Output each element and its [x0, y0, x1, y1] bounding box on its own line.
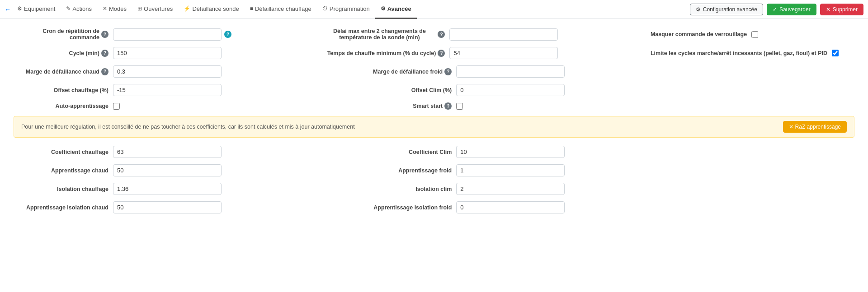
masquer-checkbox[interactable]: [751, 31, 758, 38]
row-apprentissage-isolation: Apprentissage isolation chaud Apprentiss…: [14, 201, 854, 213]
ouvertures-icon: ⊞: [137, 5, 142, 12]
delai-input[interactable]: [449, 28, 558, 41]
marge-chaud-help-icon[interactable]: ?: [101, 68, 108, 75]
smart-start-help-icon[interactable]: ?: [444, 102, 452, 110]
temps-chauffe-help-icon[interactable]: ?: [438, 50, 445, 57]
nav-item-ouvertures[interactable]: ⊞ Ouvertures: [132, 0, 178, 19]
isolation-clim-input[interactable]: [456, 183, 565, 195]
col-offset-clim: Offset Clim (%): [330, 84, 627, 96]
raz-apprentissage-button[interactable]: ✕ RaZ apprentissage: [783, 121, 847, 133]
marge-froid-label: Marge de défaillance froid ?: [330, 68, 456, 75]
col-masquer: Masquer commande de verrouillage: [632, 31, 854, 38]
alert-banner: Pour une meilleure régulation, il est co…: [14, 116, 854, 138]
defaillance-chauffage-icon: ■: [250, 5, 253, 12]
offset-chauffage-input[interactable]: [113, 84, 222, 96]
apprentissage-isolation-froid-label: Apprentissage isolation froid: [330, 204, 456, 211]
apprentissage-isolation-froid-input[interactable]: [456, 201, 565, 213]
delete-icon: ✕: [826, 6, 830, 13]
temps-chauffe-input[interactable]: [449, 47, 558, 59]
apprentissage-chaud-label: Apprentissage chaud: [14, 167, 113, 174]
marge-chaud-label: Marge de défaillance chaud ?: [14, 68, 113, 75]
smart-start-checkbox-wrap: [456, 103, 463, 110]
row-isolation: Isolation chauffage Isolation clim: [14, 183, 854, 195]
nav-item-defaillance-sonde[interactable]: ⚡ Défaillance sonde: [178, 0, 244, 19]
col-auto-apprentissage: Auto-apprentissage: [14, 103, 311, 110]
supprimer-button[interactable]: ✕ Supprimer: [820, 4, 863, 15]
top-navigation: ← ⚙ Equipement ✎ Actions ✕ Modes ⊞ Ouver…: [0, 0, 868, 19]
row-auto: Auto-apprentissage Smart start ?: [14, 102, 854, 110]
apprentissage-isolation-chaud-label: Apprentissage isolation chaud: [14, 204, 113, 211]
cron-input[interactable]: [113, 28, 222, 41]
nav-tabs: ← ⚙ Equipement ✎ Actions ✕ Modes ⊞ Ouver…: [5, 0, 690, 19]
delai-label: Délai max entre 2 changements de tempéra…: [323, 28, 449, 41]
nav-item-defaillance-chauffage[interactable]: ■ Défaillance chauffage: [245, 0, 317, 19]
programmation-icon: ⏱: [322, 5, 328, 12]
auto-apprentissage-checkbox[interactable]: [113, 103, 120, 110]
col-smart-start: Smart start ?: [330, 102, 627, 110]
row-offset: Offset chauffage (%) Offset Clim (%): [14, 84, 854, 96]
nav-item-equipement[interactable]: ⚙ Equipement: [12, 0, 61, 19]
row-coeff: Coefficient chauffage Coefficient Clim: [14, 146, 854, 158]
col-coeff-chauffage: Coefficient chauffage: [14, 146, 311, 158]
save-icon: ✓: [773, 6, 777, 13]
coeff-chauffage-label: Coefficient chauffage: [14, 149, 113, 155]
nav-actions: ⚙ Configuration avancée ✓ Sauvegarder ✕ …: [690, 4, 863, 15]
limite-cycles-checkbox[interactable]: [832, 50, 839, 56]
marge-chaud-input[interactable]: [113, 65, 222, 78]
nav-item-avancee[interactable]: ⚙ Avancée: [375, 0, 417, 19]
offset-clim-label: Offset Clim (%): [330, 87, 456, 93]
auto-apprentissage-checkbox-wrap: [113, 103, 120, 110]
apprentissage-chaud-input[interactable]: [113, 164, 222, 176]
auto-apprentissage-label: Auto-apprentissage: [14, 103, 113, 109]
col-isolation-clim: Isolation clim: [330, 183, 627, 195]
cycle-input[interactable]: [113, 47, 222, 59]
col-offset-chauffage: Offset chauffage (%): [14, 84, 311, 96]
isolation-clim-label: Isolation clim: [330, 186, 456, 192]
marge-froid-help-icon[interactable]: ?: [444, 68, 452, 75]
limite-cycles-checkbox-wrap: [832, 50, 839, 56]
col-cycle: Cycle (min) ?: [14, 47, 305, 59]
col-temps-chauffe: Temps de chauffe minimum (% du cycle) ?: [323, 47, 614, 59]
modes-icon: ✕: [103, 5, 107, 12]
col-apprentissage-isolation-chaud: Apprentissage isolation chaud: [14, 201, 311, 213]
col-marge-chaud: Marge de défaillance chaud ?: [14, 65, 311, 78]
equipement-icon: ⚙: [17, 5, 22, 12]
cycle-help-icon[interactable]: ?: [101, 50, 108, 57]
config-icon: ⚙: [696, 6, 701, 13]
cycle-label: Cycle (min) ?: [14, 50, 113, 57]
back-icon[interactable]: ←: [5, 6, 11, 13]
marge-froid-input[interactable]: [456, 65, 565, 78]
row-apprentissage: Apprentissage chaud Apprentissage froid: [14, 164, 854, 176]
cron-info-icon[interactable]: ?: [224, 31, 231, 38]
coeff-chauffage-input[interactable]: [113, 146, 222, 158]
cron-help-icon[interactable]: ?: [101, 31, 108, 38]
col-cron: Cron de répétition de commande ? ?: [14, 28, 305, 41]
main-content: Cron de répétition de commande ? ? Délai…: [0, 19, 868, 292]
coeff-clim-label: Coefficient Clim: [330, 149, 456, 155]
row-marge: Marge de défaillance chaud ? Marge de dé…: [14, 65, 854, 78]
smart-start-label: Smart start ?: [330, 102, 456, 110]
offset-clim-input[interactable]: [456, 84, 565, 96]
apprentissage-isolation-chaud-input[interactable]: [113, 201, 222, 213]
smart-start-checkbox[interactable]: [456, 103, 463, 110]
col-isolation-chauffage: Isolation chauffage: [14, 183, 311, 195]
nav-item-modes[interactable]: ✕ Modes: [97, 0, 132, 19]
apprentissage-froid-input[interactable]: [456, 164, 565, 176]
isolation-chauffage-input[interactable]: [113, 183, 222, 195]
alert-text: Pour une meilleure régulation, il est co…: [21, 124, 355, 130]
nav-item-programmation[interactable]: ⏱ Programmation: [317, 0, 375, 19]
masquer-checkbox-wrap: [751, 31, 758, 38]
avancee-icon: ⚙: [381, 5, 386, 12]
col-apprentissage-chaud: Apprentissage chaud: [14, 164, 311, 176]
masquer-label: Masquer commande de verrouillage: [651, 31, 751, 37]
nav-item-actions[interactable]: ✎ Actions: [61, 0, 97, 19]
config-avancee-button[interactable]: ⚙ Configuration avancée: [690, 4, 763, 15]
col-apprentissage-isolation-froid: Apprentissage isolation froid: [330, 201, 627, 213]
delai-help-icon[interactable]: ?: [438, 31, 445, 38]
col-delai: Délai max entre 2 changements de tempéra…: [323, 28, 614, 41]
offset-chauffage-label: Offset chauffage (%): [14, 87, 113, 93]
col-apprentissage-froid: Apprentissage froid: [330, 164, 627, 176]
actions-icon: ✎: [66, 5, 71, 12]
coeff-clim-input[interactable]: [456, 146, 565, 158]
sauvegarder-button[interactable]: ✓ Sauvegarder: [767, 4, 816, 15]
